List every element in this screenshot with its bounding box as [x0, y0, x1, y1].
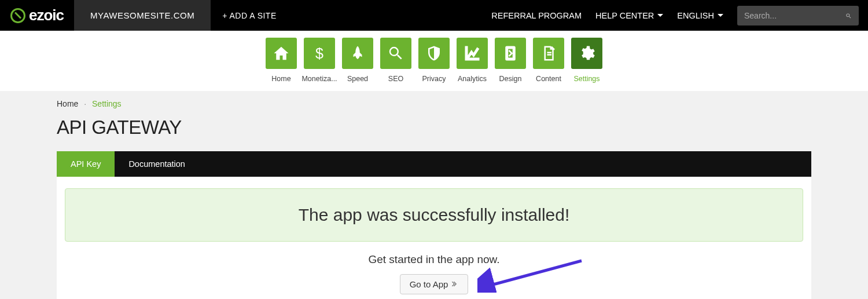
- chevron-right-icon: [451, 279, 458, 289]
- nav-analytics[interactable]: Analytics: [457, 38, 488, 83]
- nav-monetization[interactable]: $ Monetiza...: [304, 38, 335, 83]
- content-area: Home · Settings API GATEWAY API Key Docu…: [0, 91, 868, 299]
- main-nav: Home $ Monetiza... Speed SEO Privacy Ana…: [0, 31, 868, 91]
- site-tab[interactable]: MYAWESOMESITE.COM: [74, 0, 211, 31]
- search-icon: [845, 11, 852, 20]
- nav-label: Design: [499, 75, 522, 83]
- search-box[interactable]: [737, 6, 859, 25]
- nav-content[interactable]: Content: [533, 38, 564, 83]
- breadcrumb-sep: ·: [84, 99, 86, 108]
- panel: API Key Documentation The app was succes…: [57, 151, 811, 299]
- nav-settings[interactable]: Settings: [571, 38, 602, 83]
- nav-seo[interactable]: SEO: [380, 38, 411, 83]
- breadcrumb-home[interactable]: Home: [57, 99, 78, 108]
- tab-label: API Key: [71, 159, 101, 169]
- chevron-down-icon: [718, 14, 723, 17]
- tabbar: API Key Documentation: [57, 151, 811, 177]
- home-icon: [266, 38, 297, 69]
- rocket-icon: [342, 38, 373, 69]
- site-tab-label: MYAWESOMESITE.COM: [90, 10, 194, 20]
- nav-label: Monetiza...: [301, 75, 337, 83]
- nav-label: Settings: [573, 75, 599, 83]
- tab-api-key[interactable]: API Key: [57, 151, 115, 177]
- cta-row: Go to App: [65, 274, 803, 294]
- svg-text:$: $: [315, 45, 323, 61]
- subtext: Get started in the app now.: [65, 253, 803, 266]
- topbar: ezoic MYAWESOMESITE.COM + ADD A SITE REF…: [0, 0, 868, 31]
- nav-label: SEO: [388, 75, 403, 83]
- document-icon: [533, 38, 564, 69]
- topbar-right: REFERRAL PROGRAM HELP CENTER ENGLISH: [491, 0, 868, 31]
- nav-label: Content: [536, 75, 561, 83]
- nav-privacy[interactable]: Privacy: [418, 38, 450, 83]
- page-title: API GATEWAY: [57, 116, 811, 138]
- brand-logo[interactable]: ezoic: [0, 0, 74, 31]
- nav-design[interactable]: Design: [495, 38, 526, 83]
- tab-documentation[interactable]: Documentation: [115, 151, 199, 177]
- dollar-icon: $: [304, 38, 335, 69]
- nav-label: Speed: [347, 75, 368, 83]
- shield-icon: [418, 38, 450, 69]
- add-site-button[interactable]: + ADD A SITE: [211, 0, 288, 31]
- chevron-down-icon: [657, 14, 663, 17]
- breadcrumb-current: Settings: [92, 99, 122, 108]
- help-center-dropdown[interactable]: HELP CENTER: [595, 11, 663, 20]
- referral-link[interactable]: REFERRAL PROGRAM: [491, 11, 582, 20]
- add-site-label: + ADD A SITE: [222, 11, 277, 20]
- cta-label: Go to App: [410, 279, 448, 289]
- help-center-label: HELP CENTER: [595, 11, 654, 20]
- go-to-app-button[interactable]: Go to App: [400, 274, 469, 294]
- search-input[interactable]: [744, 11, 845, 20]
- ezoic-logo-icon: [10, 8, 25, 23]
- language-label: ENGLISH: [677, 11, 714, 20]
- magnify-icon: [380, 38, 411, 69]
- referral-label: REFERRAL PROGRAM: [491, 11, 582, 20]
- gear-icon: [571, 38, 602, 69]
- nav-label: Home: [271, 75, 290, 83]
- chart-icon: [457, 38, 488, 69]
- breadcrumb: Home · Settings: [57, 99, 811, 108]
- panel-body: The app was successfully installed! Get …: [57, 177, 811, 299]
- nav-label: Analytics: [458, 75, 487, 83]
- device-icon: [495, 38, 526, 69]
- alert-text: The app was successfully installed!: [299, 205, 570, 224]
- language-dropdown[interactable]: ENGLISH: [677, 11, 723, 20]
- success-alert: The app was successfully installed!: [65, 188, 803, 242]
- brand-name: ezoic: [29, 6, 64, 24]
- nav-speed[interactable]: Speed: [342, 38, 373, 83]
- nav-home[interactable]: Home: [266, 38, 297, 83]
- nav-label: Privacy: [422, 75, 446, 83]
- tab-label: Documentation: [128, 159, 185, 169]
